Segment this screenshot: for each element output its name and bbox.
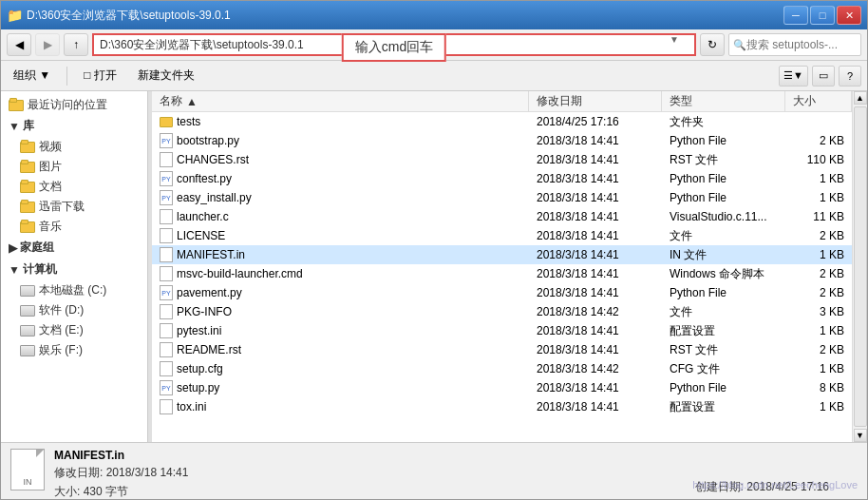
file-cell-date: 2018/3/18 14:41 (529, 191, 662, 204)
file-cell-name: PY easy_install.py (152, 190, 529, 205)
scroll-up-button[interactable]: ▲ (854, 91, 867, 105)
sidebar-item-pictures[interactable]: 图片 (1, 157, 147, 177)
file-name-label: CHANGES.rst (177, 153, 249, 166)
close-button[interactable]: ✕ (837, 6, 861, 25)
sidebar-item-drive-c[interactable]: 本地磁盘 (C:) (1, 280, 147, 300)
generic-file-icon (160, 399, 173, 414)
table-row[interactable]: PY setup.py 2018/3/18 14:41 Python File … (152, 378, 852, 397)
new-folder-button[interactable]: 新建文件夹 (131, 65, 201, 87)
sidebar-item-documents[interactable]: 文档 (1, 177, 147, 197)
file-name-label: LICENSE (177, 229, 225, 242)
table-row[interactable]: PY bootstrap.py 2018/3/18 14:41 Python F… (152, 131, 852, 150)
sidebar-group-computer[interactable]: ▼ 计算机 (1, 259, 147, 280)
file-name-label: MANIFEST.in (177, 248, 245, 261)
sidebar-group-library[interactable]: ▼ 库 (1, 115, 147, 137)
table-row[interactable]: README.rst 2018/3/18 14:41 RST 文件 2 KB (152, 340, 852, 359)
table-row[interactable]: setup.cfg 2018/3/18 14:42 CFG 文件 1 KB (152, 359, 852, 378)
col-header-type[interactable]: 类型 (662, 91, 785, 111)
table-row[interactable]: PY easy_install.py 2018/3/18 14:41 Pytho… (152, 188, 852, 207)
sidebar-item-xunlei[interactable]: 迅雷下载 (1, 197, 147, 217)
file-cell-date: 2018/3/18 14:42 (529, 362, 662, 375)
col-header-date[interactable]: 修改日期 (529, 91, 662, 111)
search-input[interactable] (746, 38, 857, 51)
file-cell-date: 2018/3/18 14:41 (529, 172, 662, 185)
file-cell-size: 2 KB (785, 343, 852, 356)
up-button[interactable]: ↑ (64, 33, 88, 56)
file-name-label: tests (177, 115, 200, 128)
sidebar-item-drive-e[interactable]: 文档 (E:) (1, 320, 147, 340)
file-name-label: pavement.py (177, 286, 242, 299)
back-button[interactable]: ◀ (7, 33, 31, 56)
view-options-button[interactable]: ☰▼ (779, 66, 808, 87)
sidebar-group-homegroup[interactable]: ▶ 家庭组 (1, 237, 147, 259)
file-cell-size: 2 KB (785, 229, 852, 242)
file-cell-date: 2018/4/25 17:16 (529, 115, 662, 128)
sidebar-item-drive-f[interactable]: 娱乐 (F:) (1, 340, 147, 360)
file-name-label: msvc-build-launcher.cmd (177, 267, 303, 280)
sidebar: 最近访问的位置 ▼ 库 视频 图片 文档 迅雷下载 (1, 91, 148, 442)
address-box[interactable]: D:\360安全浏览器下载\setuptools-39.0.1 输入cmd回车 … (92, 33, 696, 56)
file-cell-size: 1 KB (785, 191, 852, 204)
file-cell-name: tests (152, 115, 529, 128)
sidebar-item-recent[interactable]: 最近访问的位置 (1, 95, 147, 115)
file-cell-size: 2 KB (785, 286, 852, 299)
preview-pane-button[interactable]: ▭ (812, 66, 835, 87)
file-cell-type: CFG 文件 (662, 361, 785, 377)
sidebar-xunlei-label: 迅雷下载 (39, 199, 85, 215)
table-row[interactable]: LICENSE 2018/3/18 14:41 文件 2 KB (152, 226, 852, 245)
drive-f-icon (20, 345, 35, 356)
minimize-button[interactable]: ─ (783, 6, 808, 25)
file-list-header: 名称 ▲ 修改日期 类型 大小 (152, 91, 852, 112)
table-row[interactable]: CHANGES.rst 2018/3/18 14:41 RST 文件 110 K… (152, 150, 852, 169)
sidebar-item-video[interactable]: 视频 (1, 137, 147, 157)
status-size: 大小: 430 字节 (54, 484, 188, 500)
table-row[interactable]: tests 2018/4/25 17:16 文件夹 (152, 112, 852, 131)
table-row[interactable]: PKG-INFO 2018/3/18 14:42 文件 3 KB (152, 302, 852, 321)
open-button[interactable]: □ 打开 (77, 65, 123, 87)
scrollbar[interactable]: ▲ ▼ (852, 91, 867, 442)
file-name-label: tox.ini (177, 400, 206, 413)
table-row[interactable]: pytest.ini 2018/3/18 14:41 配置设置 1 KB (152, 321, 852, 340)
table-row[interactable]: PY conftest.py 2018/3/18 14:41 Python Fi… (152, 169, 852, 188)
file-cell-date: 2018/3/18 14:41 (529, 153, 662, 166)
table-row[interactable]: PY pavement.py 2018/3/18 14:41 Python Fi… (152, 283, 852, 302)
col-type-label: 类型 (670, 93, 692, 109)
file-cell-date: 2018/3/18 14:41 (529, 324, 662, 337)
file-cell-size: 1 KB (785, 400, 852, 413)
sidebar-library-label: 库 (23, 118, 34, 134)
table-row[interactable]: tox.ini 2018/3/18 14:41 配置设置 1 KB (152, 397, 852, 416)
file-cell-type: Python File (662, 172, 785, 185)
help-button[interactable]: ? (839, 66, 861, 87)
table-row[interactable]: MANIFEST.in 2018/3/18 14:41 IN 文件 1 KB (152, 245, 852, 264)
sidebar-computer-label: 计算机 (23, 261, 57, 278)
refresh-button[interactable]: ↻ (700, 33, 725, 56)
video-folder-icon (20, 142, 35, 153)
sidebar-video-label: 视频 (39, 139, 62, 155)
col-header-name[interactable]: 名称 ▲ (152, 91, 529, 111)
file-cell-type: 配置设置 (662, 399, 785, 415)
file-cell-type: RST 文件 (662, 342, 785, 358)
file-cell-date: 2018/3/18 14:41 (529, 381, 662, 394)
sidebar-item-drive-d[interactable]: 软件 (D:) (1, 300, 147, 320)
maximize-button[interactable]: □ (810, 6, 835, 25)
file-cell-name: PY bootstrap.py (152, 133, 529, 148)
file-cell-size: 8 KB (785, 381, 852, 394)
table-row[interactable]: launcher.c 2018/3/18 14:41 VisualStudio.… (152, 207, 852, 226)
organize-button[interactable]: 组织 ▼ (7, 65, 57, 87)
status-info: MANIFEST.in 修改日期: 2018/3/18 14:41 大小: 43… (54, 449, 188, 500)
generic-file-icon (160, 228, 173, 243)
generic-file-icon (160, 209, 173, 224)
forward-button[interactable]: ▶ (35, 33, 60, 56)
col-header-size[interactable]: 大小 (785, 91, 852, 111)
scroll-thumb[interactable] (854, 106, 867, 427)
table-row[interactable]: msvc-build-launcher.cmd 2018/3/18 14:41 … (152, 264, 852, 283)
sidebar-drive-f-label: 娱乐 (F:) (39, 342, 83, 358)
file-cell-type: VisualStudio.c.11... (662, 210, 785, 223)
scroll-down-button[interactable]: ▼ (854, 429, 867, 442)
toolbar-separator (66, 67, 67, 86)
sidebar-homegroup-label: 家庭组 (20, 240, 54, 256)
file-cell-date: 2018/3/18 14:41 (529, 248, 662, 261)
sidebar-item-music[interactable]: 音乐 (1, 217, 147, 237)
computer-expand-icon: ▼ (9, 263, 20, 277)
address-dropdown-icon[interactable]: ▼ (670, 34, 689, 55)
